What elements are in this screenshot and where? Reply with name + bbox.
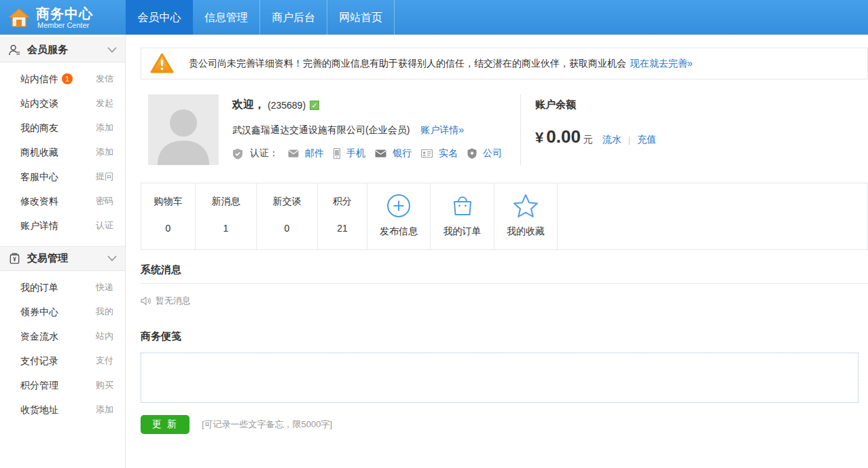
cert-company[interactable]: 公司 — [467, 147, 502, 160]
avatar[interactable] — [148, 94, 219, 165]
main-nav: 会员中心 信息管理 商户后台 网站首页 — [126, 0, 395, 35]
memo-title: 商务便笺 — [141, 330, 868, 343]
tab-member-center[interactable]: 会员中心 — [126, 0, 193, 35]
tab-site-home[interactable]: 网站首页 — [327, 0, 395, 35]
sidebar-section-member-services[interactable]: 会员服务 — [0, 37, 125, 62]
action-add-friend[interactable]: 添加 — [96, 115, 113, 140]
logo[interactable]: 商务中心 Member Center — [0, 0, 126, 35]
section-title: 交易管理 — [27, 252, 107, 265]
company-name: 武汉鑫瑞通达交通设施有限公司(企业会员) — [232, 124, 410, 135]
recharge-link[interactable]: 充值 — [637, 134, 656, 146]
divider — [520, 94, 521, 165]
main-content: 贵公司尚未完善详细资料！完善的商业信息有助于获得别人的信任，结交潜在的商业伙伴，… — [126, 35, 868, 468]
sidebar: 会员服务 站内信件 1 发信 站内交谈 发起 我的商友 添加 商机收藏 添加 客 — [0, 35, 126, 468]
shopping-bag-icon — [450, 193, 475, 219]
action-certify[interactable]: 认证 — [96, 213, 113, 238]
member-center-page: 商务中心 Member Center 会员中心 信息管理 商户后台 网站首页 会… — [0, 0, 868, 468]
money-jar-icon — [8, 252, 21, 265]
divider — [141, 283, 868, 284]
sidebar-item-mail[interactable]: 站内信件 1 发信 — [0, 67, 125, 91]
top-bar: 商务中心 Member Center 会员中心 信息管理 商户后台 网站首页 — [0, 0, 868, 35]
sidebar-item-coupon-center[interactable]: 领券中心 我的 — [0, 300, 125, 324]
cert-real-name[interactable]: 实名 — [421, 147, 458, 160]
banner-text: 贵公司尚未完善详细资料！完善的商业信息有助于获得别人的信任，结交潜在的商业伙伴，… — [189, 58, 626, 70]
stat-points[interactable]: 积分 21 — [318, 183, 367, 249]
complete-profile-link[interactable]: 现在就去完善» — [630, 58, 693, 70]
star-icon — [512, 193, 539, 219]
cert-phone[interactable]: 手机 — [333, 147, 365, 160]
home-icon — [9, 8, 29, 27]
memo-textarea[interactable] — [141, 353, 858, 403]
balance-panel: 账户余额 ¥ 0.00 元 流水 | 充值 — [535, 98, 656, 147]
no-message-text: 暂无消息 — [156, 295, 191, 307]
cert-email[interactable]: 邮件 — [288, 147, 324, 160]
stat-new-chats[interactable]: 新交谈 0 — [257, 183, 318, 249]
action-send-mail[interactable]: 发信 — [96, 67, 113, 91]
action-start-chat[interactable]: 发起 — [96, 91, 113, 115]
member-icon — [8, 43, 21, 56]
mobile-phone-icon — [333, 148, 340, 159]
profile-incomplete-banner: 贵公司尚未完善详细资料！完善的商业信息有助于获得别人的信任，结交潜在的商业伙伴，… — [141, 48, 868, 79]
my-orders-button[interactable]: 我的订单 — [431, 183, 494, 249]
new-chat-count: 0 — [285, 223, 290, 234]
memo-hint: [可记录一些文字备忘，限5000字] — [202, 418, 332, 431]
profile-section: 欢迎， (235689) ✓ 武汉鑫瑞通达交通设施有限公司(企业会员) 账户详情… — [141, 94, 868, 166]
verified-check-icon: ✓ — [310, 101, 319, 110]
flow-link[interactable]: 流水 — [602, 134, 621, 146]
action-my-coupons[interactable]: 我的 — [96, 300, 113, 324]
avatar-placeholder-icon — [148, 94, 219, 165]
id-card-icon — [421, 149, 433, 158]
currency-symbol: ¥ — [535, 129, 543, 147]
new-message-count: 1 — [223, 223, 229, 234]
chevron-down-icon[interactable] — [107, 47, 117, 53]
action-add-favorite[interactable]: 添加 — [96, 140, 113, 164]
action-ask-question[interactable]: 提问 — [96, 164, 113, 189]
stats-strip: 购物车 0 新消息 1 新交谈 0 积分 21 发布信息 — [141, 183, 868, 250]
sidebar-item-shipping-address[interactable]: 收货地址 添加 — [0, 397, 125, 422]
action-pay[interactable]: 支付 — [96, 348, 113, 373]
my-favorites-button[interactable]: 我的收藏 — [494, 183, 558, 249]
sidebar-item-edit-profile[interactable]: 修改资料 密码 — [0, 189, 125, 213]
sidebar-item-my-orders[interactable]: 我的订单 快递 — [0, 275, 125, 300]
update-button[interactable]: 更 新 — [141, 415, 189, 434]
sidebar-item-payment-records[interactable]: 支付记录 支付 — [0, 348, 125, 373]
tab-merchant-backend[interactable]: 商户后台 — [260, 0, 327, 35]
mail-icon — [288, 149, 299, 158]
cert-label: 认证： — [250, 147, 278, 160]
action-add-address[interactable]: 添加 — [96, 397, 113, 422]
bank-card-icon — [375, 149, 386, 158]
sidebar-item-account-details[interactable]: 账户详情 认证 — [0, 213, 125, 238]
logo-title: 商务中心 — [36, 6, 93, 21]
sidebar-item-points-management[interactable]: 积分管理 购买 — [0, 373, 125, 397]
sidebar-section-trade-management[interactable]: 交易管理 — [0, 246, 125, 271]
action-change-password[interactable]: 密码 — [96, 189, 113, 213]
separator: | — [628, 134, 630, 145]
shield-icon — [467, 148, 477, 159]
chevron-down-icon[interactable] — [107, 255, 117, 262]
sidebar-item-business-friends[interactable]: 我的商友 添加 — [0, 115, 125, 140]
sidebar-item-customer-service[interactable]: 客服中心 提问 — [0, 164, 125, 189]
stat-new-messages[interactable]: 新消息 1 — [196, 183, 257, 249]
cart-count: 0 — [166, 223, 171, 234]
sidebar-item-opportunity-favorites[interactable]: 商机收藏 添加 — [0, 140, 125, 164]
action-onsite-flow[interactable]: 站内 — [96, 324, 113, 348]
warning-icon — [150, 53, 174, 74]
stats-empty-area — [558, 183, 867, 249]
points-count: 21 — [337, 223, 348, 234]
action-buy-points[interactable]: 购买 — [96, 373, 113, 397]
action-express[interactable]: 快递 — [96, 275, 113, 300]
speaker-icon — [141, 296, 151, 306]
publish-info-button[interactable]: 发布信息 — [367, 183, 431, 249]
section-title: 会员服务 — [27, 43, 107, 56]
welcome-text: 欢迎， — [232, 98, 265, 112]
sidebar-item-fund-flow[interactable]: 资金流水 站内 — [0, 324, 125, 348]
circle-plus-icon — [386, 193, 412, 219]
unread-badge: 1 — [62, 73, 73, 84]
system-message-title: 系统消息 — [141, 264, 868, 276]
stat-cart[interactable]: 购物车 0 — [141, 183, 196, 249]
cert-bank[interactable]: 银行 — [375, 147, 412, 160]
sidebar-item-chat[interactable]: 站内交谈 发起 — [0, 91, 125, 115]
account-detail-link[interactable]: 账户详情» — [420, 124, 464, 135]
balance-amount: 0.00 — [546, 126, 581, 147]
tab-info-management[interactable]: 信息管理 — [193, 0, 260, 35]
